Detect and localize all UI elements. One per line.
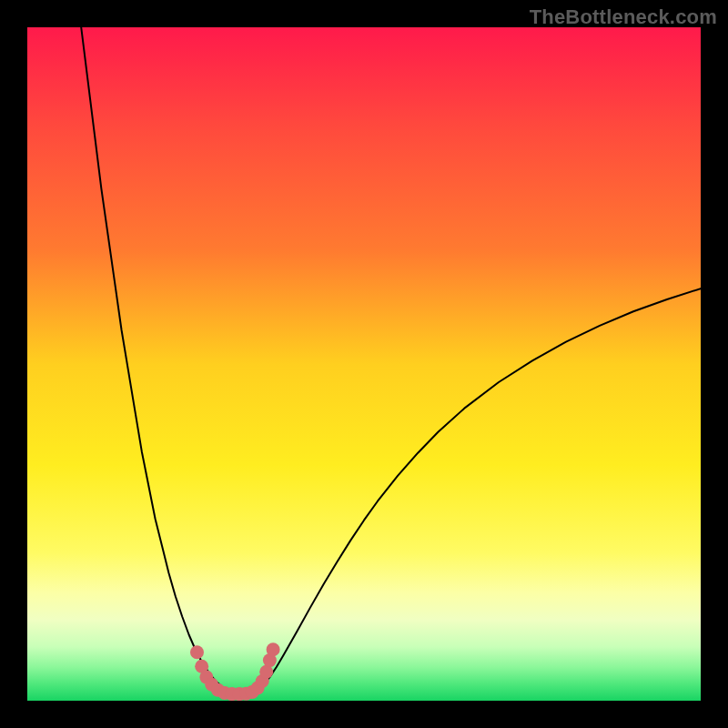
plot-area: [27, 27, 701, 701]
chart-frame: TheBottleneck.com: [0, 0, 728, 728]
chart-svg: [27, 27, 701, 701]
valley-marker: [267, 642, 280, 656]
gradient-background: [27, 27, 701, 701]
valley-marker: [190, 645, 204, 659]
watermark-text: TheBottleneck.com: [530, 5, 717, 29]
